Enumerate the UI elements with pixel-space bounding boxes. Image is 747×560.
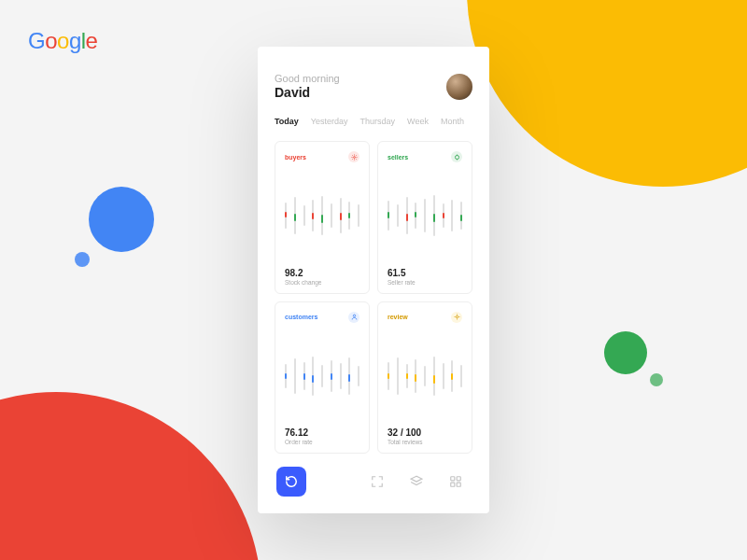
layers-button[interactable] bbox=[409, 474, 424, 489]
google-logo: Google bbox=[28, 28, 97, 54]
cards-grid: buyers98.2Stock changesellers61.5Seller … bbox=[275, 141, 472, 454]
bg-circle-red bbox=[0, 392, 261, 560]
expand-button[interactable] bbox=[370, 474, 385, 489]
grid-icon bbox=[449, 475, 462, 488]
date-tabs: TodayYesterdayThursdayWeekMonthM bbox=[275, 117, 472, 126]
card-label: Total reviews bbox=[388, 439, 462, 445]
card-value: 32 / 100 bbox=[388, 427, 462, 438]
refresh-button[interactable] bbox=[276, 467, 306, 497]
tab-today[interactable]: Today bbox=[275, 117, 299, 126]
bg-circle-green bbox=[604, 331, 647, 374]
card-customers[interactable]: customers76.12Order rate bbox=[275, 301, 370, 455]
mini-chart bbox=[285, 330, 359, 423]
expand-icon bbox=[371, 475, 384, 488]
sellers-icon bbox=[451, 151, 462, 162]
svg-point-0 bbox=[353, 156, 355, 158]
mini-chart bbox=[388, 330, 462, 423]
card-sellers[interactable]: sellers61.5Seller rate bbox=[377, 141, 472, 294]
svg-rect-7 bbox=[451, 483, 455, 486]
avatar[interactable] bbox=[446, 74, 472, 100]
card-value: 76.12 bbox=[285, 427, 359, 438]
mini-chart bbox=[285, 170, 359, 262]
card-value: 98.2 bbox=[285, 268, 359, 278]
card-title: review bbox=[388, 314, 408, 320]
bg-circle-blue bbox=[89, 187, 154, 252]
tab-thursday[interactable]: Thursday bbox=[360, 117, 396, 126]
svg-point-1 bbox=[455, 155, 458, 159]
card-title: buyers bbox=[285, 154, 306, 161]
customers-icon bbox=[348, 312, 359, 323]
buyers-icon bbox=[348, 151, 359, 162]
greeting-text: Good morning bbox=[275, 73, 340, 84]
header: Good morning David bbox=[275, 73, 472, 100]
bg-circle-yellow bbox=[467, 0, 747, 187]
card-label: Seller rate bbox=[388, 279, 462, 286]
phone-frame: Good morning David TodayYesterdayThursda… bbox=[258, 47, 489, 513]
svg-rect-8 bbox=[457, 483, 460, 486]
username-text: David bbox=[275, 85, 340, 100]
mini-chart bbox=[388, 170, 462, 262]
svg-point-2 bbox=[353, 315, 355, 316]
tab-week[interactable]: Week bbox=[407, 117, 429, 126]
card-review[interactable]: review32 / 100Total reviews bbox=[377, 301, 472, 455]
review-icon bbox=[451, 312, 462, 323]
card-buyers[interactable]: buyers98.2Stock change bbox=[275, 141, 370, 294]
card-title: sellers bbox=[388, 154, 408, 161]
bg-circle-green-small bbox=[650, 373, 663, 386]
svg-point-3 bbox=[456, 315, 458, 317]
card-label: Order rate bbox=[285, 439, 359, 445]
card-label: Stock change bbox=[285, 279, 359, 286]
tab-yesterday[interactable]: Yesterday bbox=[311, 117, 348, 126]
svg-rect-5 bbox=[451, 477, 455, 481]
card-value: 61.5 bbox=[388, 268, 462, 278]
grid-button[interactable] bbox=[448, 474, 463, 489]
layers-icon bbox=[410, 475, 423, 488]
svg-marker-4 bbox=[411, 476, 422, 482]
svg-rect-6 bbox=[457, 477, 460, 481]
refresh-icon bbox=[285, 475, 298, 488]
card-title: customers bbox=[285, 314, 317, 320]
tab-month[interactable]: Month bbox=[441, 117, 464, 126]
bottom-nav bbox=[275, 467, 472, 497]
bg-circle-blue-small bbox=[75, 252, 90, 267]
